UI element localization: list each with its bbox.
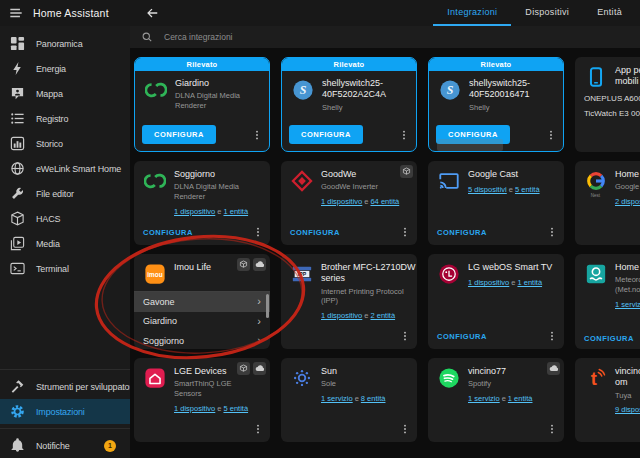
integration-subtitle: Shelly xyxy=(322,103,386,113)
integration-card-vincino77: vincino77Spotify1 servizioe1 entità xyxy=(428,358,564,442)
sidebar-item-panoramica[interactable]: Panoramica xyxy=(0,31,130,56)
configure-button[interactable]: CONFIGURA xyxy=(143,228,193,237)
entities-link[interactable]: 5 entità xyxy=(223,404,248,413)
sidebar-item-label: File editor xyxy=(36,189,74,199)
media-play-icon xyxy=(10,236,25,251)
sidebar-item-strumenti-per-sviluppatori[interactable]: Strumenti per sviluppatori xyxy=(0,374,130,399)
card-menu-button[interactable] xyxy=(397,128,410,142)
integration-card-home: HomeMeteorolo(Met.no)1 servizioCONFIGURA xyxy=(575,254,640,349)
hacs-package-icon xyxy=(10,211,25,226)
search-input[interactable] xyxy=(162,31,466,43)
card-menu-button[interactable] xyxy=(545,329,558,343)
sidebar-item-label: Terminal xyxy=(36,264,69,274)
search-bar[interactable] xyxy=(130,26,640,48)
entities-link[interactable]: 5 entità xyxy=(515,185,540,194)
card-menu-button[interactable] xyxy=(398,422,411,436)
package-icon xyxy=(400,165,413,178)
devices-link[interactable]: 1 dispositivo xyxy=(321,311,362,320)
entities-link[interactable]: 64 entità xyxy=(370,197,399,206)
dropdown-item-soggiorno[interactable]: Soggiorno› xyxy=(134,331,270,349)
devices-link[interactable]: 1 servizio xyxy=(468,394,500,403)
sidebar-item-terminal[interactable]: Terminal xyxy=(0,256,130,281)
integration-subtitle: GoodWe Inverter xyxy=(321,182,399,192)
entities-link[interactable]: 1 entità xyxy=(517,278,542,287)
configure-button[interactable]: CONFIGURA xyxy=(584,334,634,343)
svg-text:t: t xyxy=(590,368,596,389)
devices-link[interactable]: 1 servizio xyxy=(321,394,353,403)
entities-link[interactable]: 1 entità xyxy=(508,394,533,403)
card-menu-button[interactable] xyxy=(398,329,411,343)
devices-link[interactable]: 1 dispositivo xyxy=(321,197,362,206)
integration-subtitle: Internet Printing Protocol(IPP) xyxy=(321,287,409,307)
sidebar-item-registro[interactable]: Registro xyxy=(0,106,130,131)
tab-integrazioni[interactable]: Integrazioni xyxy=(433,0,511,26)
sidebar-item-hacs[interactable]: HACS xyxy=(0,206,130,231)
integration-card-goodwe: GoodWeGoodWe Inverter1 dispositivoe64 en… xyxy=(281,161,417,245)
wrench-icon xyxy=(10,186,25,201)
integration-subtitle: Meteorolo(Met.no) xyxy=(615,275,640,295)
integration-subtitle: DLNA Digital MediaRenderer xyxy=(175,91,240,111)
card-menu-button[interactable] xyxy=(545,422,558,436)
integration-card-shellyswitch25: RilevatoSshellyswitch25-40F5202A2C4AShel… xyxy=(281,57,417,152)
cloud-icon xyxy=(253,258,266,271)
dropdown-scrollbar[interactable] xyxy=(266,294,269,318)
devices-link[interactable]: 1 dispositivo xyxy=(174,207,215,216)
configure-button[interactable]: CONFIGURA xyxy=(290,228,340,237)
devices-link[interactable]: 9 disposit xyxy=(615,405,640,414)
sidebar-item-storico[interactable]: Storico xyxy=(0,131,130,156)
imou-icon: imou xyxy=(143,262,166,285)
configure-button[interactable]: CONFIGURA xyxy=(437,228,487,237)
entities-link[interactable]: 8 entità xyxy=(361,394,386,403)
tab-dispositivi[interactable]: Dispositivi xyxy=(511,0,583,26)
card-menu-button[interactable] xyxy=(250,128,263,142)
configure-button[interactable]: CONFIGURA xyxy=(437,332,487,341)
sidebar-item-notifiche[interactable]: Notifiche1 xyxy=(0,433,130,458)
configure-button[interactable]: CONFIGURA xyxy=(142,125,216,144)
card-menu-button[interactable] xyxy=(545,225,558,239)
sidebar-item-file-editor[interactable]: File editor xyxy=(0,181,130,206)
devices-link[interactable]: 1 servizio xyxy=(615,300,640,309)
integration-title: vincino77 xyxy=(468,366,532,377)
integration-subtitle: Shelly xyxy=(469,103,530,113)
sidebar-item-label: Notifiche xyxy=(36,441,70,451)
devices-link[interactable]: 1 dispositivo xyxy=(174,404,215,413)
sidebar-item-energia[interactable]: Energia xyxy=(0,56,130,81)
entity-links: 2 dispositi xyxy=(615,197,640,206)
devices-link[interactable]: 5 dispositivi xyxy=(468,185,507,194)
tab-entit[interactable]: Entità xyxy=(583,0,636,26)
hamburger-menu-icon[interactable] xyxy=(9,6,23,20)
card-menu-button[interactable] xyxy=(544,128,557,142)
card-menu-button[interactable] xyxy=(251,422,264,436)
sidebar-item-impostazioni[interactable]: Impostazioni xyxy=(0,399,130,424)
conjunction-text: e xyxy=(364,311,368,320)
device-name[interactable]: TicWatch E3 000 xyxy=(584,109,640,118)
devices-link[interactable]: 2 dispositi xyxy=(615,197,640,206)
card-menu-button[interactable] xyxy=(398,225,411,239)
dropdown-item-gavone[interactable]: Gavone› xyxy=(134,292,270,312)
dropdown-item-giardino[interactable]: Giardino› xyxy=(134,312,270,332)
card-menu-button[interactable] xyxy=(251,225,264,239)
devices-link[interactable]: 1 dispositivo xyxy=(468,278,509,287)
lge-smartthinq-icon xyxy=(143,366,166,389)
svg-text:S: S xyxy=(446,83,453,97)
entities-link[interactable]: 1 entità xyxy=(223,207,248,216)
integration-card-vincino7: tvincino7omTuya9 disposit xyxy=(575,358,640,442)
conjunction-text: e xyxy=(355,394,359,403)
integration-card-google-cast: Google Cast5 dispositivie5 entitàCONFIGU… xyxy=(428,161,564,245)
sidebar-item-mappa[interactable]: Mappa xyxy=(0,81,130,106)
configure-button[interactable]: CONFIGURA xyxy=(289,125,363,144)
topbar: Home Assistant IntegrazioniDispositiviEn… xyxy=(0,0,640,26)
sidebar-item-ewelink-smart-home[interactable]: eWeLink Smart Home xyxy=(0,156,130,181)
entities-link[interactable]: 2 entità xyxy=(370,311,395,320)
entity-links: 1 dispositivoe64 entità xyxy=(321,197,399,206)
arrow-left-icon[interactable] xyxy=(145,6,159,20)
integration-card-imou-life: imouImou LifeGavone›Giardino›Soggiorno› xyxy=(134,254,270,349)
dashboard-icon xyxy=(10,36,25,51)
brand-caption: Nest xyxy=(591,193,600,198)
lightning-bolt-icon xyxy=(10,61,25,76)
integration-card-brother-mfc-l2710dw: IPPBrother MFC-L2710DWseriesInternet Pri… xyxy=(281,254,417,349)
device-name[interactable]: ONEPLUS A6003 xyxy=(584,94,640,103)
sidebar-item-media[interactable]: Media xyxy=(0,231,130,256)
sidebar-divider xyxy=(0,369,130,370)
entity-links: 9 disposit xyxy=(615,405,640,414)
